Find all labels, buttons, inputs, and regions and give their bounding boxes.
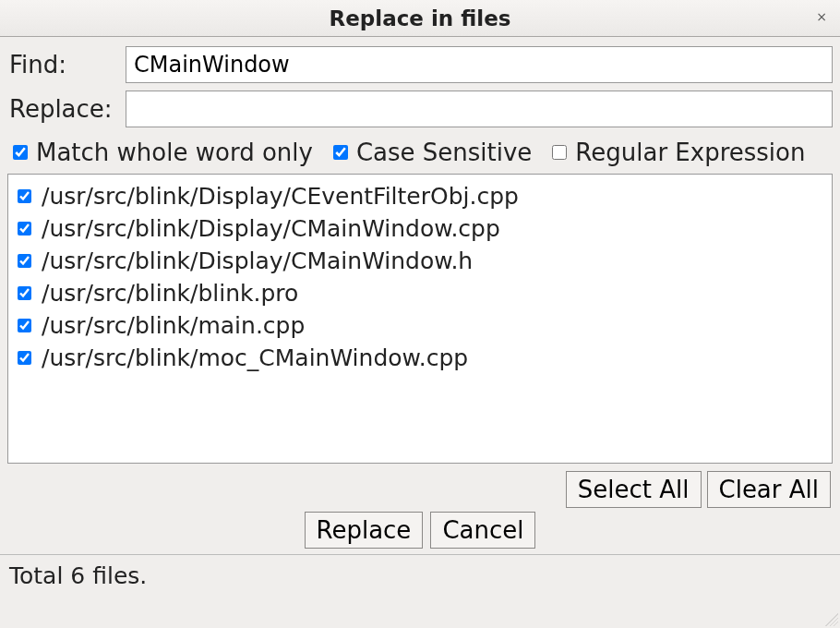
action-buttons: Replace Cancel [7,512,833,554]
file-path: /usr/src/blink/blink.pro [42,277,298,309]
status-text: Total 6 files. [9,562,147,589]
file-list-item[interactable]: /usr/src/blink/blink.pro [14,277,826,309]
resize-grip-icon[interactable] [825,613,838,626]
find-row: Find: [7,46,833,83]
file-list-item[interactable]: /usr/src/blink/moc_CMainWindow.cpp [14,342,826,374]
file-list-item[interactable]: /usr/src/blink/Display/CMainWindow.cpp [14,212,826,245]
case-sensitive-checkbox[interactable] [333,145,348,160]
select-all-button[interactable]: Select All [566,471,702,508]
dialog-content: Find: Replace: Match whole word only Cas… [0,37,840,554]
selection-buttons: Select All Clear All [7,464,833,512]
file-checkbox[interactable] [18,286,31,300]
replace-row: Replace: [7,91,833,127]
file-list-item[interactable]: /usr/src/blink/Display/CEventFilterObj.c… [14,180,826,212]
find-input[interactable] [126,46,833,83]
window-title: Replace in files [330,6,511,30]
file-list-item[interactable]: /usr/src/blink/Display/CMainWindow.h [14,245,826,277]
regex-checkbox[interactable] [552,145,567,160]
close-icon[interactable]: × [812,7,831,26]
replace-input[interactable] [126,91,833,127]
option-case-sensitive[interactable]: Case Sensitive [330,139,532,166]
file-path: /usr/src/blink/Display/CEventFilterObj.c… [42,180,519,212]
file-path: /usr/src/blink/main.cpp [42,309,305,342]
file-checkbox[interactable] [18,351,31,365]
option-whole-word[interactable]: Match whole word only [9,139,313,166]
status-bar: Total 6 files. [0,554,840,597]
case-sensitive-label: Case Sensitive [356,139,532,166]
whole-word-label: Match whole word only [36,139,313,166]
file-list-item[interactable]: /usr/src/blink/main.cpp [14,309,826,342]
file-checkbox[interactable] [18,254,31,268]
file-list[interactable]: /usr/src/blink/Display/CEventFilterObj.c… [7,174,833,464]
file-path: /usr/src/blink/moc_CMainWindow.cpp [42,342,468,374]
replace-button[interactable]: Replace [305,512,424,549]
replace-label: Replace: [7,95,126,123]
cancel-button[interactable]: Cancel [430,512,535,549]
titlebar: Replace in files × [0,0,840,37]
file-checkbox[interactable] [18,222,31,236]
find-label: Find: [7,51,126,78]
file-checkbox[interactable] [18,189,31,203]
regex-label: Regular Expression [575,139,805,166]
options-row: Match whole word only Case Sensitive Reg… [7,135,833,174]
clear-all-button[interactable]: Clear All [707,471,832,508]
file-checkbox[interactable] [18,319,31,332]
file-path: /usr/src/blink/Display/CMainWindow.cpp [42,212,500,245]
whole-word-checkbox[interactable] [13,145,28,160]
file-path: /usr/src/blink/Display/CMainWindow.h [42,245,473,277]
option-regex[interactable]: Regular Expression [548,139,805,166]
